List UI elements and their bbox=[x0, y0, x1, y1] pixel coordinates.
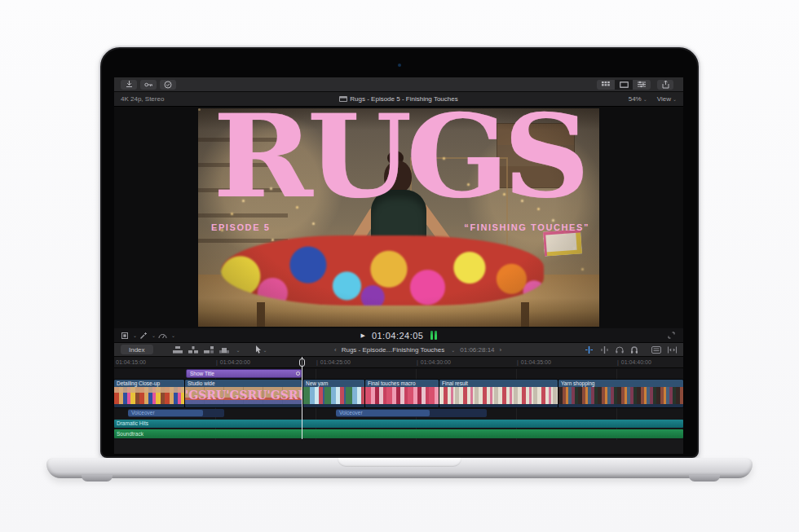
clip-label: Soundtrack bbox=[117, 431, 143, 437]
playhead-handle[interactable] bbox=[299, 358, 305, 367]
clip-filmstrip bbox=[303, 387, 364, 404]
top-toolbar bbox=[114, 77, 683, 92]
clip-filmstrip: 'GSRU'GSRU'GSRU'GSR bbox=[185, 387, 302, 404]
video-frame: RUGS EPISODE 5 “FINISHING TOUCHES” bbox=[198, 108, 599, 327]
current-timecode: 01:04:24:05 bbox=[372, 331, 424, 341]
episode-caption: EPISODE 5 bbox=[211, 222, 270, 232]
index-button[interactable]: Index bbox=[121, 345, 153, 354]
ruler-tick: 01:04:15:00 bbox=[116, 359, 146, 365]
filmstrip-icon bbox=[620, 81, 629, 88]
title-clip[interactable]: Show Title bbox=[186, 369, 302, 378]
transport-bar: ⌄ ⌄ ⌄ ▶ 01:04:24:05 bbox=[114, 328, 683, 342]
append-edit-icon[interactable] bbox=[204, 346, 214, 354]
clip-audio-strip bbox=[114, 404, 184, 407]
clip-label: Detailing Close-up bbox=[114, 380, 184, 387]
ruler-tick: |01:04:40:00 bbox=[617, 359, 651, 365]
clip-label: Dramatic Hits bbox=[117, 420, 148, 426]
voiceover-clip[interactable]: Voiceover bbox=[128, 409, 224, 417]
playhead[interactable] bbox=[302, 357, 302, 439]
clip-audio-strip bbox=[303, 404, 364, 407]
browser-grid-icon bbox=[602, 81, 610, 88]
video-clip[interactable]: New yarn bbox=[303, 380, 364, 407]
timeline-tracks: Show Title Detailing Close-up Studio wid… bbox=[114, 369, 683, 440]
inspector-toggle[interactable] bbox=[633, 80, 651, 90]
video-clip[interactable]: Detailing Close-up bbox=[114, 380, 184, 407]
audio-meters[interactable] bbox=[430, 331, 437, 340]
background-tasks-icon bbox=[164, 81, 172, 89]
import-icon bbox=[126, 81, 133, 88]
clip-audio-strip bbox=[558, 404, 683, 407]
browser-toggle[interactable] bbox=[597, 80, 615, 90]
import-button[interactable] bbox=[121, 80, 137, 90]
timecode-group: ▶ 01:04:24:05 bbox=[114, 331, 683, 341]
keywords-button[interactable] bbox=[140, 80, 157, 90]
macbook-screen: 4K 24p, Stereo Rugs - Episode 5 - Finish… bbox=[99, 46, 700, 459]
timeline-pane: 01:04:15:00 |01:04:20:00 |01:04:25:00 |0… bbox=[114, 357, 683, 440]
snapping-icon[interactable] bbox=[630, 346, 638, 354]
insert-edit-icon[interactable] bbox=[188, 346, 198, 354]
final-cut-window: 4K 24p, Stereo Rugs - Episode 5 - Finish… bbox=[114, 77, 683, 454]
timeline-ruler[interactable]: 01:04:15:00 |01:04:20:00 |01:04:25:00 |0… bbox=[114, 357, 683, 368]
clip-audio-strip bbox=[365, 404, 439, 407]
timeline-options bbox=[585, 346, 677, 354]
skimming-icon[interactable] bbox=[585, 346, 594, 354]
viewer-info-bar: 4K 24p, Stereo Rugs - Episode 5 - Finish… bbox=[114, 92, 683, 107]
share-icon bbox=[662, 81, 669, 89]
subtitle-caption: “FINISHING TOUCHES” bbox=[464, 222, 589, 232]
clip-label: Voiceover bbox=[339, 410, 363, 415]
clip-filmstrip bbox=[439, 387, 558, 404]
clip-filmstrip bbox=[558, 387, 683, 404]
ruler-tick: |01:04:25:00 bbox=[316, 359, 351, 365]
macbook-base bbox=[46, 458, 753, 478]
background-tasks-button[interactable] bbox=[160, 80, 176, 90]
connect-edit-icon[interactable] bbox=[173, 346, 183, 354]
clip-appearance-icon[interactable] bbox=[651, 346, 661, 354]
clip-label: Yarn shopping bbox=[558, 380, 683, 387]
video-clip[interactable]: Final touches macro bbox=[365, 380, 439, 407]
clip-label: New yarn bbox=[303, 380, 364, 387]
clip-label: Studio wide bbox=[185, 380, 302, 387]
video-clip[interactable]: Studio wide 'GSRU'GSRU'GSRU'GSR bbox=[185, 380, 302, 407]
clapper-icon bbox=[339, 96, 347, 102]
edit-buttons: ⌄ bbox=[173, 346, 241, 354]
voiceover-clip[interactable]: Voiceover bbox=[336, 409, 487, 417]
viewer-pane: RUGS EPISODE 5 “FINISHING TOUCHES” bbox=[114, 107, 683, 328]
fit-timeline-icon[interactable] bbox=[668, 346, 677, 354]
clip-audio-strip bbox=[439, 404, 558, 407]
keywords-icon bbox=[144, 81, 153, 88]
prev-clip-button[interactable]: ‹ bbox=[334, 346, 337, 354]
overwrite-edit-icon[interactable] bbox=[219, 346, 229, 354]
share-button[interactable] bbox=[657, 80, 673, 90]
timeline-toolbar: Index ⌄ bbox=[114, 342, 683, 357]
clip-nav-title[interactable]: Rugs - Episode…Finishing Touches bbox=[342, 346, 445, 354]
pane-switcher bbox=[597, 80, 651, 90]
audio-skimming-icon[interactable] bbox=[600, 346, 609, 354]
video-clip[interactable]: Yarn shopping bbox=[558, 380, 683, 407]
next-clip-button[interactable]: › bbox=[500, 346, 502, 354]
clip-audio-strip bbox=[185, 404, 302, 407]
project-title: Rugs - Episode 5 - Finishing Touches bbox=[114, 95, 683, 103]
clip-label: Final touches macro bbox=[365, 380, 439, 387]
video-clip[interactable]: Final result bbox=[439, 380, 558, 407]
clip-filmstrip bbox=[114, 387, 184, 404]
page-background: 4K 24p, Stereo Rugs - Episode 5 - Finish… bbox=[0, 0, 799, 532]
laptop-foot bbox=[689, 475, 720, 481]
music-track-dramatic[interactable]: Dramatic Hits bbox=[114, 420, 683, 428]
video-title-text: RUGS bbox=[198, 108, 599, 213]
inspector-sliders-icon bbox=[638, 81, 646, 88]
clip-filmstrip bbox=[365, 387, 439, 404]
select-tool-icon[interactable] bbox=[255, 345, 262, 354]
play-button[interactable]: ▶ bbox=[360, 332, 364, 339]
title-clip-label: Show Title bbox=[190, 371, 214, 376]
fullscreen-icon[interactable] bbox=[668, 332, 675, 339]
clip-label: Final result bbox=[439, 380, 558, 387]
ruler-tick: |01:04:35:00 bbox=[517, 359, 551, 365]
clip-navigator: ‹ Rugs - Episode…Finishing Touches ⌄ 01:… bbox=[334, 346, 501, 354]
ruler-tick: |01:04:20:00 bbox=[216, 359, 250, 365]
laptop-foot bbox=[82, 475, 113, 481]
ruler-tick: |01:04:30:00 bbox=[417, 359, 451, 365]
webcam-dot bbox=[398, 64, 401, 67]
solo-icon[interactable] bbox=[616, 346, 624, 354]
timeline-toggle[interactable] bbox=[615, 80, 633, 90]
music-track-soundtrack[interactable]: Soundtrack bbox=[114, 429, 683, 438]
